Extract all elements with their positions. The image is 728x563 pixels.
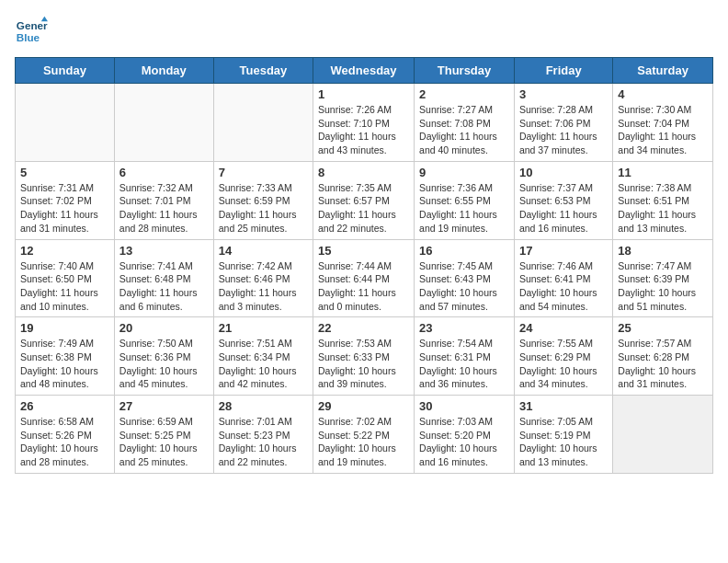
day-info: Sunrise: 7:37 AM Sunset: 6:53 PM Dayligh… [519,181,608,236]
calendar-cell: 10Sunrise: 7:37 AM Sunset: 6:53 PM Dayli… [514,161,612,239]
weekday-header: Wednesday [313,58,415,84]
calendar-cell: 29Sunrise: 7:02 AM Sunset: 5:22 PM Dayli… [313,396,415,474]
calendar-cell: 30Sunrise: 7:03 AM Sunset: 5:20 PM Dayli… [415,396,515,474]
day-info: Sunrise: 7:03 AM Sunset: 5:20 PM Dayligh… [419,415,509,469]
day-number: 11 [618,166,708,179]
day-info: Sunrise: 7:05 AM Sunset: 5:19 PM Dayligh… [519,415,608,469]
calendar-cell: 6Sunrise: 7:32 AM Sunset: 7:01 PM Daylig… [114,161,213,239]
day-info: Sunrise: 7:30 AM Sunset: 7:04 PM Dayligh… [618,103,708,157]
calendar-cell: 22Sunrise: 7:53 AM Sunset: 6:33 PM Dayli… [313,317,415,396]
day-info: Sunrise: 7:47 AM Sunset: 6:39 PM Dayligh… [618,259,708,314]
svg-text:Blue: Blue [17,31,40,43]
weekday-header: Sunday [16,58,115,84]
day-number: 5 [20,166,109,179]
day-info: Sunrise: 7:35 AM Sunset: 6:57 PM Dayligh… [318,181,409,236]
calendar-cell: 17Sunrise: 7:46 AM Sunset: 6:41 PM Dayli… [514,239,612,317]
day-number: 28 [219,399,308,413]
calendar-cell: 5Sunrise: 7:31 AM Sunset: 7:02 PM Daylig… [16,161,115,239]
calendar-cell: 11Sunrise: 7:38 AM Sunset: 6:51 PM Dayli… [613,161,713,239]
calendar-cell: 26Sunrise: 6:58 AM Sunset: 5:26 PM Dayli… [16,396,115,474]
calendar-cell: 2Sunrise: 7:27 AM Sunset: 7:08 PM Daylig… [415,84,515,162]
day-info: Sunrise: 7:40 AM Sunset: 6:50 PM Dayligh… [20,259,109,314]
calendar-cell: 8Sunrise: 7:35 AM Sunset: 6:57 PM Daylig… [313,161,415,239]
day-info: Sunrise: 6:58 AM Sunset: 5:26 PM Dayligh… [20,415,109,469]
calendar-cell [114,84,213,162]
day-number: 17 [519,244,608,258]
calendar-cell: 23Sunrise: 7:54 AM Sunset: 6:31 PM Dayli… [415,317,515,396]
day-number: 14 [219,244,308,258]
calendar-cell: 15Sunrise: 7:44 AM Sunset: 6:44 PM Dayli… [313,239,415,317]
calendar-cell: 3Sunrise: 7:28 AM Sunset: 7:06 PM Daylig… [514,84,612,162]
calendar-cell: 12Sunrise: 7:40 AM Sunset: 6:50 PM Dayli… [16,239,115,317]
day-number: 31 [519,399,608,413]
day-number: 23 [419,321,509,335]
day-info: Sunrise: 7:32 AM Sunset: 7:01 PM Dayligh… [119,181,209,236]
day-number: 7 [219,166,308,179]
calendar-cell: 14Sunrise: 7:42 AM Sunset: 6:46 PM Dayli… [213,239,313,317]
day-info: Sunrise: 7:53 AM Sunset: 6:33 PM Dayligh… [318,337,409,391]
weekday-header: Friday [514,58,612,84]
calendar-cell: 27Sunrise: 6:59 AM Sunset: 5:25 PM Dayli… [114,396,213,474]
day-info: Sunrise: 7:01 AM Sunset: 5:23 PM Dayligh… [219,415,308,469]
day-number: 12 [20,244,109,258]
day-number: 21 [219,321,308,335]
calendar-cell: 18Sunrise: 7:47 AM Sunset: 6:39 PM Dayli… [613,239,713,317]
day-info: Sunrise: 7:51 AM Sunset: 6:34 PM Dayligh… [219,337,308,391]
day-info: Sunrise: 7:02 AM Sunset: 5:22 PM Dayligh… [318,415,409,469]
day-number: 22 [318,321,409,335]
calendar-cell: 25Sunrise: 7:57 AM Sunset: 6:28 PM Dayli… [613,317,713,396]
day-info: Sunrise: 7:45 AM Sunset: 6:43 PM Dayligh… [419,259,509,314]
calendar-cell: 4Sunrise: 7:30 AM Sunset: 7:04 PM Daylig… [613,84,713,162]
day-info: Sunrise: 7:27 AM Sunset: 7:08 PM Dayligh… [419,103,509,157]
day-info: Sunrise: 7:49 AM Sunset: 6:38 PM Dayligh… [20,337,109,391]
calendar-cell: 31Sunrise: 7:05 AM Sunset: 5:19 PM Dayli… [514,396,612,474]
day-number: 27 [119,399,209,413]
day-number: 8 [318,166,409,179]
day-info: Sunrise: 7:31 AM Sunset: 7:02 PM Dayligh… [20,181,109,236]
weekday-header: Monday [114,58,213,84]
day-number: 1 [318,87,409,101]
day-number: 30 [419,399,509,413]
day-info: Sunrise: 7:46 AM Sunset: 6:41 PM Dayligh… [519,259,608,314]
day-info: Sunrise: 7:54 AM Sunset: 6:31 PM Dayligh… [419,337,509,391]
day-info: Sunrise: 7:33 AM Sunset: 6:59 PM Dayligh… [219,181,308,236]
calendar-cell [213,84,313,162]
day-number: 29 [318,399,409,413]
calendar-cell: 21Sunrise: 7:51 AM Sunset: 6:34 PM Dayli… [213,317,313,396]
day-number: 4 [618,87,708,101]
day-info: Sunrise: 7:44 AM Sunset: 6:44 PM Dayligh… [318,259,409,314]
day-info: Sunrise: 6:59 AM Sunset: 5:25 PM Dayligh… [119,415,209,469]
calendar-cell: 1Sunrise: 7:26 AM Sunset: 7:10 PM Daylig… [313,84,415,162]
calendar-cell: 28Sunrise: 7:01 AM Sunset: 5:23 PM Dayli… [213,396,313,474]
day-number: 10 [519,166,608,179]
weekday-header: Thursday [415,58,515,84]
calendar-cell: 16Sunrise: 7:45 AM Sunset: 6:43 PM Dayli… [415,239,515,317]
day-info: Sunrise: 7:57 AM Sunset: 6:28 PM Dayligh… [618,337,708,391]
calendar-cell [613,396,713,474]
calendar-cell: 9Sunrise: 7:36 AM Sunset: 6:55 PM Daylig… [415,161,515,239]
day-number: 15 [318,244,409,258]
calendar: SundayMondayTuesdayWednesdayThursdayFrid… [15,57,713,474]
calendar-cell: 13Sunrise: 7:41 AM Sunset: 6:48 PM Dayli… [114,239,213,317]
day-number: 20 [119,321,209,335]
page-header: General Blue [15,15,713,48]
weekday-header: Saturday [613,58,713,84]
day-number: 13 [119,244,209,258]
day-info: Sunrise: 7:55 AM Sunset: 6:29 PM Dayligh… [519,337,608,391]
calendar-cell [16,84,115,162]
logo: General Blue [15,15,51,48]
day-number: 25 [618,321,708,335]
day-number: 16 [419,244,509,258]
day-number: 6 [119,166,209,179]
day-info: Sunrise: 7:50 AM Sunset: 6:36 PM Dayligh… [119,337,209,391]
day-info: Sunrise: 7:42 AM Sunset: 6:46 PM Dayligh… [219,259,308,314]
calendar-cell: 20Sunrise: 7:50 AM Sunset: 6:36 PM Dayli… [114,317,213,396]
day-info: Sunrise: 7:41 AM Sunset: 6:48 PM Dayligh… [119,259,209,314]
calendar-cell: 19Sunrise: 7:49 AM Sunset: 6:38 PM Dayli… [16,317,115,396]
day-number: 3 [519,87,608,101]
day-number: 24 [519,321,608,335]
day-number: 18 [618,244,708,258]
day-number: 2 [419,87,509,101]
calendar-cell: 24Sunrise: 7:55 AM Sunset: 6:29 PM Dayli… [514,317,612,396]
day-info: Sunrise: 7:36 AM Sunset: 6:55 PM Dayligh… [419,181,509,236]
